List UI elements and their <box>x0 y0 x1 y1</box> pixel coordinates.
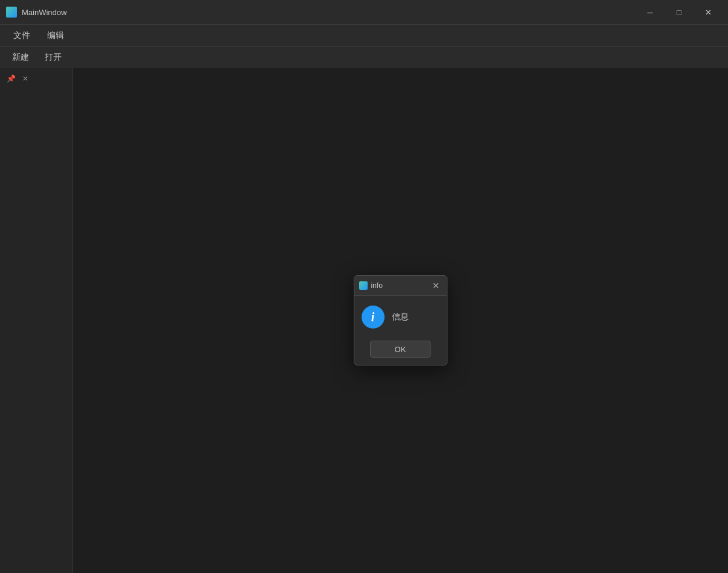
dialog-message: 信息 <box>392 312 409 323</box>
toolbar-new-button[interactable]: 新建 <box>5 50 36 65</box>
minimize-button[interactable]: ─ <box>636 2 664 22</box>
app-icon <box>6 7 17 18</box>
content-area: info ✕ i 信息 OK <box>73 68 728 573</box>
dialog-title-left: info <box>359 281 383 290</box>
window-title: MainWindow <box>22 8 67 17</box>
dialog-overlay: info ✕ i 信息 OK <box>73 68 728 573</box>
title-bar: MainWindow ─ □ ✕ <box>0 0 728 24</box>
main-area: 📌 ✕ info ✕ i 信息 <box>0 68 728 573</box>
dialog-app-icon <box>359 281 368 290</box>
maximize-button[interactable]: □ <box>665 2 693 22</box>
menu-item-edit[interactable]: 编辑 <box>39 28 73 44</box>
dialog-footer: OK <box>354 336 447 365</box>
dialog-title: info <box>371 281 383 290</box>
dialog-body: i 信息 <box>354 296 447 336</box>
info-dialog: info ✕ i 信息 OK <box>354 275 447 365</box>
left-panel: 📌 ✕ <box>0 68 73 573</box>
window-close-button[interactable]: ✕ <box>694 2 722 22</box>
dialog-title-bar: info ✕ <box>354 276 447 296</box>
toolbar: 新建 打开 <box>0 46 728 68</box>
menu-bar: 文件 编辑 <box>0 24 728 46</box>
panel-pin-button[interactable]: 📌 <box>5 73 17 85</box>
panel-controls: 📌 ✕ <box>2 70 34 87</box>
ok-button[interactable]: OK <box>370 341 431 358</box>
toolbar-open-button[interactable]: 打开 <box>37 50 69 65</box>
panel-close-button[interactable]: ✕ <box>19 73 31 85</box>
dialog-close-button[interactable]: ✕ <box>430 280 442 292</box>
menu-item-file[interactable]: 文件 <box>5 28 39 44</box>
title-bar-left: MainWindow <box>6 7 67 18</box>
info-icon: i <box>362 306 385 329</box>
title-bar-controls: ─ □ ✕ <box>636 2 722 22</box>
